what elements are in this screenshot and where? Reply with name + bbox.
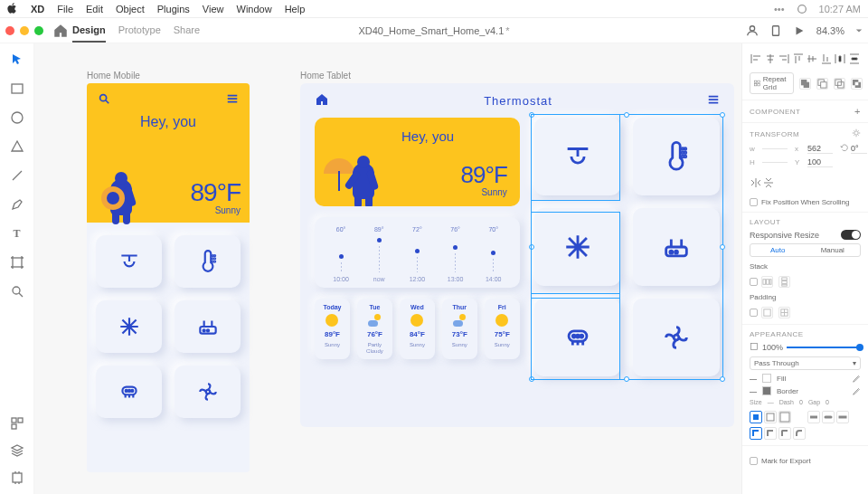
x-input[interactable]: 562	[807, 144, 833, 154]
stack-h-icon[interactable]	[761, 276, 773, 288]
plugins-panel-icon[interactable]	[10, 470, 24, 485]
fill-eyedropper-icon[interactable]	[852, 374, 861, 383]
align-left-icon[interactable]	[750, 52, 762, 65]
boolean-intersect-icon[interactable]	[834, 78, 845, 90]
menu-help[interactable]: Help	[285, 4, 306, 14]
width-input[interactable]	[762, 148, 788, 149]
device-thermostat[interactable]	[175, 235, 241, 288]
daily-card[interactable]: Wed84°FSunny	[400, 299, 435, 359]
boolean-exclude-icon[interactable]	[851, 78, 863, 90]
zoom-level[interactable]: 84.3%	[816, 25, 844, 36]
distribute-v-icon[interactable]	[848, 52, 861, 65]
seg-auto[interactable]: Auto	[750, 244, 806, 256]
join-bevel-icon[interactable]	[778, 427, 791, 440]
layers-panel-icon[interactable]	[10, 443, 24, 458]
device-fan[interactable]	[633, 299, 720, 376]
daily-card[interactable]: Thur73°FSunny	[442, 299, 477, 359]
apple-menu[interactable]	[7, 3, 18, 15]
daily-card[interactable]: Today89°FSunny	[315, 299, 350, 359]
tab-share[interactable]: Share	[174, 19, 200, 43]
siri-icon[interactable]	[796, 3, 808, 15]
zoom-chevron-icon[interactable]	[855, 24, 863, 37]
artboard-mobile[interactable]: Hey, you 89°F Sunny	[87, 83, 250, 472]
daily-card[interactable]: Tue76°FPartly Cloudy	[357, 299, 392, 359]
menu-view[interactable]: View	[203, 4, 224, 14]
repeat-grid-button[interactable]: Repeat Grid	[750, 72, 794, 94]
artboard-label-tablet[interactable]: Home Tablet	[300, 71, 351, 81]
stack-v-icon[interactable]	[778, 276, 790, 288]
align-hcenter-icon[interactable]	[764, 52, 777, 65]
join-round-icon[interactable]	[764, 427, 777, 440]
tablet-hamburger-icon[interactable]	[707, 93, 720, 108]
tab-design[interactable]: Design	[72, 19, 106, 43]
close-window[interactable]	[5, 26, 14, 35]
height-input[interactable]	[762, 162, 788, 163]
padding-same-icon[interactable]	[761, 307, 773, 318]
opacity-slider[interactable]	[787, 347, 861, 348]
mobile-preview-icon[interactable]	[769, 24, 782, 37]
window-controls[interactable]	[5, 26, 43, 35]
stroke-center-icon[interactable]	[764, 411, 777, 423]
align-right-icon[interactable]	[778, 52, 790, 65]
line-tool[interactable]	[10, 168, 24, 183]
border-toggle-icon[interactable]: —	[750, 387, 757, 395]
fullscreen-window[interactable]	[34, 26, 43, 35]
align-top-icon[interactable]	[792, 52, 805, 65]
hamburger-icon[interactable]	[226, 92, 239, 107]
corner-radius-icon[interactable]	[793, 427, 806, 440]
menu-file[interactable]: File	[57, 4, 73, 14]
join-miter-icon[interactable]	[750, 427, 762, 440]
fill-toggle-icon[interactable]: —	[750, 375, 757, 383]
search-icon[interactable]	[98, 92, 110, 107]
stroke-inner-icon[interactable]	[750, 411, 762, 423]
device-ac[interactable]	[534, 208, 621, 286]
padding-checkbox[interactable]	[750, 309, 758, 317]
fix-position-checkbox[interactable]	[750, 198, 758, 206]
padding-independent-icon[interactable]	[778, 307, 790, 318]
device-ac[interactable]	[96, 300, 162, 353]
border-swatch[interactable]	[762, 386, 771, 395]
device-thermostat[interactable]	[633, 118, 720, 195]
menu-object[interactable]: Object	[116, 4, 145, 14]
flip-v-icon[interactable]	[762, 176, 775, 189]
rectangle-tool[interactable]	[10, 81, 24, 96]
cap-square-icon[interactable]	[836, 411, 849, 423]
fill-swatch[interactable]	[762, 374, 771, 383]
device-speaker[interactable]	[534, 299, 621, 376]
device-lamp[interactable]	[96, 235, 162, 288]
border-eyedropper-icon[interactable]	[852, 386, 861, 395]
invite-icon[interactable]	[746, 24, 759, 37]
desktop-preview-icon[interactable]	[793, 24, 806, 37]
menu-plugins[interactable]: Plugins	[157, 4, 190, 14]
home-button[interactable]	[52, 23, 69, 39]
tab-prototype[interactable]: Prototype	[118, 19, 161, 43]
align-vcenter-icon[interactable]	[806, 52, 818, 65]
opacity-value[interactable]: 100%	[762, 343, 783, 352]
cap-round-icon[interactable]	[822, 411, 835, 423]
zoom-tool[interactable]	[10, 284, 24, 299]
seg-manual[interactable]: Manual	[806, 244, 861, 256]
stack-checkbox[interactable]	[750, 278, 758, 286]
pen-tool[interactable]	[10, 197, 24, 212]
polygon-tool[interactable]	[10, 139, 24, 154]
blend-mode-dropdown[interactable]: Pass Through ▾	[750, 356, 861, 370]
device-router[interactable]	[175, 300, 241, 353]
app-name-menu[interactable]: XD	[31, 4, 44, 14]
cap-butt-icon[interactable]	[807, 411, 820, 423]
align-bottom-icon[interactable]	[820, 52, 833, 65]
responsive-resize-toggle[interactable]	[841, 230, 861, 240]
artboard-tool[interactable]	[10, 255, 24, 270]
text-tool[interactable]: T	[10, 226, 24, 241]
transform-settings-icon[interactable]	[852, 128, 861, 139]
y-input[interactable]: 100	[807, 157, 833, 167]
canvas[interactable]: Home Mobile Home Tablet Hey, you	[34, 43, 741, 494]
assets-panel-icon[interactable]	[10, 416, 24, 431]
artboard-label-mobile[interactable]: Home Mobile	[87, 71, 140, 81]
device-fan[interactable]	[175, 366, 241, 418]
device-speaker[interactable]	[96, 366, 162, 418]
flip-h-icon[interactable]	[750, 176, 762, 189]
opacity-visibility-icon[interactable]	[750, 342, 759, 353]
ellipse-tool[interactable]	[10, 110, 24, 125]
rotation-input[interactable]: 0°	[851, 144, 867, 154]
resize-mode-segment[interactable]: Auto Manual	[750, 243, 861, 257]
